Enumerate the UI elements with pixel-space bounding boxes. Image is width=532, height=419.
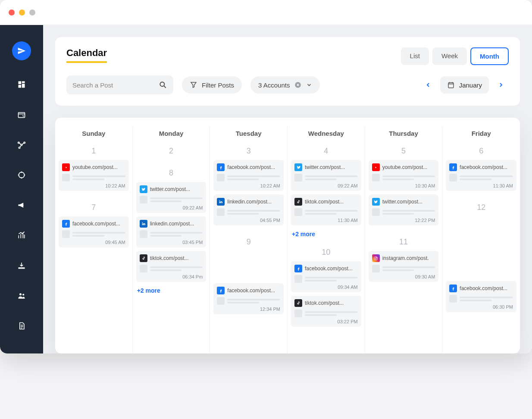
event-thumbnail <box>140 265 147 272</box>
event-preview <box>460 297 513 301</box>
event-time: 09:30 AM <box>372 274 435 279</box>
calendar-event[interactable]: tiktok.com/post...06:34 Pm <box>136 251 207 282</box>
calendar-event[interactable]: facebook.com/post...10:22 AM <box>213 160 284 191</box>
nav-analytics-icon[interactable] <box>16 229 28 241</box>
event-preview <box>460 175 513 180</box>
nav-team-icon[interactable] <box>16 290 28 302</box>
clear-icon[interactable] <box>294 81 302 89</box>
search-input[interactable] <box>72 81 159 89</box>
more-link[interactable]: +2 more <box>291 229 361 239</box>
event-thumbnail <box>294 275 302 283</box>
window-maximize-icon[interactable] <box>29 9 35 16</box>
chevron-right-icon <box>498 81 504 88</box>
window-minimize-icon[interactable] <box>19 9 25 16</box>
accounts-button[interactable]: 3 Accounts <box>250 76 320 94</box>
event-time: 11:30 AM <box>449 183 513 188</box>
accounts-label: 3 Accounts <box>258 81 290 89</box>
event-title: tiktok.com/post... <box>150 255 203 261</box>
app-window: Calendar List Week Month Filter Posts <box>0 0 532 353</box>
date-number: 5 <box>369 143 439 160</box>
linkedin-icon <box>140 220 147 228</box>
event-preview <box>227 299 280 303</box>
event-preview <box>382 175 435 180</box>
calendar-column: Tuesday3facebook.com/post...10:22 AMlink… <box>210 126 288 353</box>
event-time: 12:22 PM <box>372 218 435 223</box>
next-month-button[interactable] <box>493 77 509 93</box>
event-thumbnail <box>62 174 70 181</box>
view-tab-week[interactable]: Week <box>432 47 467 65</box>
event-title: twitter.com/post... <box>305 164 358 170</box>
nav-download-icon[interactable] <box>16 260 28 272</box>
svg-point-10 <box>19 293 22 295</box>
day-header: Sunday <box>59 126 129 143</box>
svg-point-11 <box>22 294 24 295</box>
svg-rect-4 <box>19 113 25 118</box>
svg-rect-0 <box>19 81 22 84</box>
event-preview <box>305 277 358 281</box>
search-icon[interactable] <box>159 81 167 89</box>
event-time: 09:45 AM <box>62 240 125 245</box>
svg-point-5 <box>21 144 22 145</box>
nav-target-icon[interactable] <box>16 169 28 181</box>
page-title: Calendar <box>66 47 107 63</box>
calendar-icon <box>447 81 455 89</box>
calendar-event[interactable]: youtube.com/post...10:22 AM <box>59 160 129 191</box>
calendar-event[interactable]: twitter.com/post...09:22 AM <box>136 182 207 213</box>
event-time: 04:55 PM <box>217 218 280 223</box>
svg-point-16 <box>375 257 376 259</box>
event-time: 09:22 AM <box>140 205 203 210</box>
nav-document-icon[interactable] <box>16 320 28 332</box>
nav-compose-icon[interactable] <box>12 41 31 60</box>
svg-point-9 <box>19 172 24 178</box>
event-thumbnail <box>372 174 380 181</box>
more-link[interactable]: +2 more <box>136 285 207 296</box>
calendar-event[interactable]: linkedin.com/post...03:45 PM <box>136 216 207 247</box>
calendar-event[interactable]: facebook.com/post...12:34 PM <box>213 283 284 314</box>
event-time: 03:22 PM <box>294 319 358 324</box>
event-title: linkedin.com/post... <box>227 199 280 205</box>
view-tab-month[interactable]: Month <box>470 47 509 65</box>
event-preview <box>305 311 358 316</box>
date-number: 10 <box>291 244 361 261</box>
event-title: facebook.com/post... <box>72 221 125 227</box>
calendar-column: Friday6facebook.com/post...11:30 AM12fac… <box>442 126 520 353</box>
calendar-event[interactable]: facebook.com/post...09:34 AM <box>291 261 361 292</box>
event-time: 12:34 PM <box>217 306 280 312</box>
view-tab-list[interactable]: List <box>401 47 429 65</box>
twitter-icon <box>372 198 380 206</box>
calendar-event[interactable]: facebook.com/post...09:45 AM <box>59 216 129 247</box>
search-box[interactable] <box>66 75 173 94</box>
calendar-event[interactable]: tiktok.com/post...03:22 PM <box>291 296 361 327</box>
window-close-icon[interactable] <box>9 9 15 16</box>
event-preview <box>227 175 280 180</box>
calendar-event[interactable]: facebook.com/post...06:30 PM <box>446 281 516 312</box>
calendar-event[interactable]: twitter.com/post...09:22 AM <box>291 160 361 191</box>
nav-calendar-icon[interactable] <box>16 109 28 121</box>
prev-month-button[interactable] <box>420 77 436 93</box>
calendar-event[interactable]: twitter.com/post...12:22 PM <box>369 194 439 225</box>
calendar-event[interactable]: facebook.com/post...11:30 AM <box>446 160 516 191</box>
nav-dashboard-icon[interactable] <box>16 78 28 91</box>
filter-button[interactable]: Filter Posts <box>182 76 242 94</box>
event-time: 09:34 AM <box>294 285 358 290</box>
date-number: 8 <box>136 165 207 182</box>
event-time: 11:30 AM <box>294 218 358 223</box>
month-selector[interactable]: January <box>440 76 489 94</box>
event-time: 10:22 AM <box>217 183 280 188</box>
calendar-grid: Sunday1youtube.com/post...10:22 AM7faceb… <box>55 126 520 353</box>
calendar-card: Sunday1youtube.com/post...10:22 AM7faceb… <box>55 118 520 353</box>
nav-network-icon[interactable] <box>16 139 28 151</box>
event-title: twitter.com/post... <box>150 186 203 192</box>
calendar-event[interactable]: tiktok.com/post...11:30 AM <box>291 194 361 225</box>
date-number: 11 <box>369 234 439 251</box>
calendar-event[interactable]: youtube.com/post...10:30 AM <box>369 160 439 191</box>
calendar-event[interactable]: instagram.com/post.09:30 AM <box>369 251 439 282</box>
facebook-icon <box>217 163 225 171</box>
day-header: Wednesday <box>291 126 361 143</box>
event-title: facebook.com/post... <box>227 164 280 170</box>
linkedin-icon <box>217 198 225 206</box>
facebook-icon <box>449 163 457 171</box>
calendar-event[interactable]: linkedin.com/post...04:55 PM <box>213 194 284 225</box>
nav-megaphone-icon[interactable] <box>16 199 28 211</box>
date-number: 4 <box>291 143 361 160</box>
